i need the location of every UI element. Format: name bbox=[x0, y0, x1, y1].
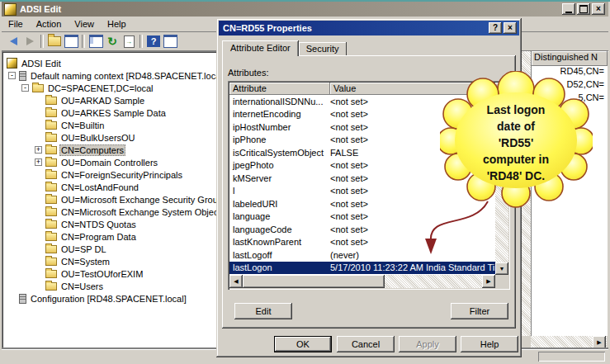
tree-item-cn-builtin[interactable]: CN=Builtin bbox=[2, 119, 217, 131]
attribute-row[interactable]: l<not set> bbox=[229, 185, 495, 198]
menu-help[interactable]: Help bbox=[101, 17, 133, 31]
show-console-tree-button[interactable] bbox=[63, 34, 79, 49]
column-header-attribute[interactable]: Attribute bbox=[229, 83, 330, 95]
scroll-left-arrow[interactable]: ◀ bbox=[229, 275, 243, 288]
help-button[interactable]: ? bbox=[145, 34, 162, 49]
tree-item-dc-spacenet[interactable]: -DC=SPACENET,DC=local bbox=[2, 82, 217, 94]
menu-action[interactable]: Action bbox=[30, 17, 69, 31]
tab-security[interactable]: Security bbox=[299, 42, 347, 56]
naming-context-icon bbox=[19, 71, 26, 81]
new-window-button[interactable] bbox=[162, 34, 178, 49]
dialog-help-button[interactable]: ? bbox=[489, 22, 502, 34]
attribute-row[interactable]: internationalISDNNu...<not set> bbox=[229, 95, 495, 108]
maximize-button[interactable] bbox=[577, 3, 590, 15]
refresh-icon: ↻ bbox=[107, 35, 117, 48]
tree-item-cn-system[interactable]: CN=System bbox=[2, 255, 217, 267]
expand-expander[interactable]: + bbox=[35, 158, 42, 166]
tree-item-cn-program-data[interactable]: CN=Program Data bbox=[2, 230, 217, 243]
tree-item-ou-testouforexim[interactable]: OU=TestOUforEXIM bbox=[2, 267, 217, 280]
minimize-icon bbox=[565, 12, 572, 13]
expand-expander[interactable]: + bbox=[35, 146, 42, 154]
help-icon: ? bbox=[147, 35, 160, 47]
tree-item-cn-users[interactable]: CN=Users bbox=[2, 280, 217, 292]
collapse-expander[interactable]: - bbox=[21, 84, 29, 92]
folder-icon bbox=[45, 183, 57, 191]
properties-button[interactable] bbox=[87, 34, 104, 49]
scroll-down-arrow[interactable]: ▼ bbox=[495, 262, 508, 275]
attribute-row[interactable]: isCriticalSystemObjectFALSE bbox=[229, 146, 495, 159]
attribute-row[interactable]: kMServer<not set> bbox=[229, 172, 495, 185]
up-one-level-icon bbox=[48, 36, 61, 46]
tree-item-ou-ms-exchange-security-groups[interactable]: OU=Microsoft Exchange Security Groups bbox=[2, 193, 217, 206]
dialog-titlebar[interactable]: CN=RD55 Properties ? × bbox=[219, 21, 519, 35]
tree-item-ou-arkad[interactable]: OU=ARKAD Sample bbox=[2, 94, 217, 106]
properties-dialog: CN=RD55 Properties ? × Attribute Editor … bbox=[216, 18, 522, 357]
tree-item-ou-arkes[interactable]: OU=ARKES Sample Data bbox=[2, 106, 217, 119]
tree-item-default-naming-context[interactable]: -Default naming context [RD48.SPACENET.l… bbox=[2, 69, 217, 82]
attribute-row[interactable]: languageCode<not set> bbox=[229, 223, 495, 236]
list-item[interactable]: D52,CN= bbox=[532, 79, 608, 92]
apply-button[interactable]: Apply bbox=[399, 336, 456, 352]
folder-icon bbox=[45, 109, 57, 117]
tree-item-cn-foreignsecurityprincipals[interactable]: CN=ForeignSecurityPrincipals bbox=[2, 168, 217, 181]
edit-button[interactable]: Edit bbox=[234, 303, 292, 319]
tree-item-ou-sp-dl[interactable]: OU=SP DL bbox=[2, 243, 217, 255]
menu-view[interactable]: View bbox=[68, 17, 101, 31]
right-panel-hscrollbar[interactable]: ▶ bbox=[531, 336, 607, 349]
close-button[interactable]: × bbox=[592, 3, 605, 15]
vscroll-thumb[interactable] bbox=[495, 95, 508, 128]
menu-file[interactable]: File bbox=[2, 17, 30, 31]
export-list-button[interactable]: → bbox=[121, 34, 137, 49]
tree-item-cn-lostandfound[interactable]: CN=LostAndFound bbox=[2, 181, 217, 193]
scrollbar-corner bbox=[495, 275, 508, 288]
folder-icon bbox=[45, 171, 57, 179]
ok-button[interactable]: OK bbox=[274, 336, 332, 352]
dialog-close-button[interactable]: × bbox=[504, 22, 517, 34]
tree-item-cn-ms-exchange-system-objects[interactable]: CN=Microsoft Exchange System Objects bbox=[2, 206, 217, 218]
tree-item-ou-domain-controllers[interactable]: +OU=Domain Controllers bbox=[2, 156, 217, 168]
folder-icon bbox=[45, 121, 57, 130]
attribute-row[interactable]: jpegPhoto<not set> bbox=[229, 159, 495, 173]
folder-icon bbox=[45, 134, 57, 142]
attribute-row[interactable]: lastKnownParent<not set> bbox=[229, 236, 495, 249]
attribute-row[interactable]: lastLogoff(never) bbox=[229, 248, 495, 262]
window-titlebar[interactable]: ADSI Edit × bbox=[2, 2, 608, 17]
list-item[interactable]: 5,CN= bbox=[532, 92, 608, 106]
attribute-row[interactable]: internetEncoding<not set> bbox=[229, 108, 495, 121]
up-one-level-button[interactable] bbox=[46, 34, 63, 49]
attributes-hscrollbar[interactable]: ◀ ▶ bbox=[229, 275, 495, 288]
tree-item-cn-ntds-quotas[interactable]: CN=NTDS Quotas bbox=[2, 218, 217, 230]
tree-item-ou-bulkusersou[interactable]: OU=BulkUsersOU bbox=[2, 131, 217, 144]
attribute-row[interactable]: labeledURI<not set> bbox=[229, 197, 495, 210]
attributes-vscrollbar[interactable]: ▲ ▼ bbox=[495, 83, 508, 275]
attribute-row-lastlogon-selected[interactable]: lastLogon5/17/2010 11:23:22 AM India Sta… bbox=[229, 262, 495, 275]
list-item[interactable]: RD45,CN= bbox=[532, 66, 608, 79]
scroll-right-arrow[interactable]: ▶ bbox=[482, 275, 495, 288]
folder-icon bbox=[45, 196, 57, 204]
tab-attribute-editor[interactable]: Attribute Editor bbox=[222, 40, 299, 56]
minimize-button[interactable] bbox=[562, 3, 575, 15]
tree-item-root[interactable]: ADSI Edit bbox=[2, 57, 217, 69]
scroll-up-arrow[interactable]: ▲ bbox=[495, 83, 508, 95]
tree-item-cn-computers[interactable]: +CN=Computers bbox=[2, 144, 217, 156]
export-list-icon: → bbox=[124, 35, 135, 48]
collapse-expander[interactable]: - bbox=[8, 72, 16, 79]
attribute-row[interactable]: language<not set> bbox=[229, 210, 495, 224]
back-button[interactable] bbox=[5, 34, 21, 49]
column-header-value[interactable]: Value bbox=[330, 83, 495, 95]
cancel-button[interactable]: Cancel bbox=[337, 336, 395, 352]
right-panel-scrollbar[interactable] bbox=[522, 51, 531, 336]
help-button-dialog[interactable]: Help bbox=[461, 336, 518, 352]
tree-item-configuration[interactable]: Configuration [RD48.SPACENET.local] bbox=[2, 292, 217, 305]
folder-icon bbox=[45, 282, 57, 291]
column-header-distinguished-name[interactable]: Distinguished N bbox=[532, 51, 608, 66]
scroll-right-arrow[interactable]: ▶ bbox=[593, 336, 606, 349]
adsi-edit-window: ADSI Edit × File Action View Help ↻ → ? … bbox=[0, 0, 610, 364]
forward-button[interactable] bbox=[21, 34, 38, 49]
filter-button[interactable]: Filter bbox=[451, 303, 508, 319]
hscroll-thumb[interactable] bbox=[243, 275, 385, 288]
attribute-row[interactable]: ipPhone<not set> bbox=[229, 134, 495, 147]
refresh-button[interactable]: ↻ bbox=[104, 34, 121, 49]
attribute-row[interactable]: ipHostNumber<not set> bbox=[229, 121, 495, 134]
console-tree-icon bbox=[64, 35, 78, 48]
